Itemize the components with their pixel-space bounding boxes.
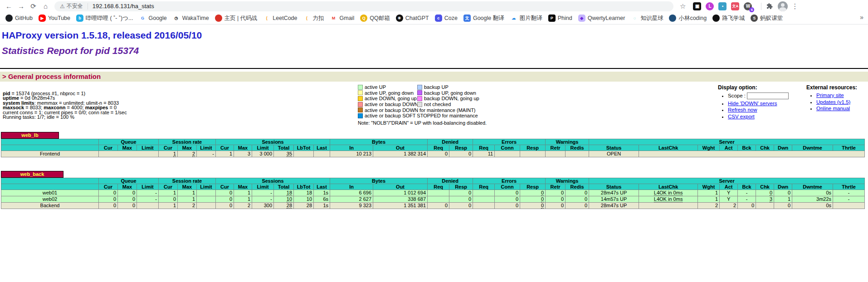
updates-link[interactable]: Updates (v1.5) (816, 99, 850, 105)
process-info-line: Running tasks: 1/7; idle = 100 % (3, 115, 127, 119)
cell-errors-conn: 0 (495, 190, 520, 196)
cell-srate-limit: - (197, 151, 216, 157)
cell-bytes-in: 9 323 (330, 203, 373, 209)
cell-sess-limit: - (252, 190, 274, 196)
cell-srate-cur: 0 (159, 196, 178, 203)
server-row: web02 0 0 - 0 1 0 1 - 10 10 6s 2 627 338… (1, 196, 865, 203)
cell-errors-req (473, 190, 495, 196)
address-bar[interactable]: ⚠ 不安全 192.168.6.131/ha_stats (54, 1, 673, 11)
cell-errors-req (473, 196, 495, 203)
web-lb-table-wrap: Queue Session rate Sessions Bytes Denied… (1, 139, 865, 157)
bookmark-item[interactable]: 小林coding (669, 15, 707, 22)
bookmark-item[interactable]: ◆ QwertyLearner (578, 15, 625, 22)
refresh-now-link[interactable]: Refresh now (728, 107, 757, 112)
bookmark-item[interactable]: ( 力扣 (303, 15, 324, 22)
extensions-puzzle-icon[interactable] (766, 3, 773, 10)
cell-act: 2 (720, 203, 738, 209)
forward-icon[interactable]: → (15, 1, 27, 11)
browser-menu-icon[interactable]: ⋮ (791, 2, 798, 10)
bookmark-label: Gmail (340, 15, 355, 21)
cell-sess-total: 28 (274, 203, 294, 209)
cell-wght: 1 (698, 196, 720, 203)
bookmark-item[interactable]: ✳ ChatGPT (396, 15, 429, 22)
extension-icon-w[interactable]: W6 (744, 2, 752, 10)
extension-icon-dark[interactable]: ▣ (693, 2, 701, 10)
hide-down-servers-link[interactable]: Hide 'DOWN' servers (728, 101, 777, 106)
profile-avatar[interactable] (778, 1, 788, 11)
bookmark-item[interactable]: ◌ 知识星球 (631, 15, 663, 22)
cell-last: 1s (314, 203, 330, 209)
cell-denied-resp: 0 (449, 190, 473, 196)
bookmarks-bar: GitHub ▶ YouTube b 哔哩哔哩 ( ˚- ˚)つ... G Go… (0, 12, 868, 24)
bookmark-item[interactable]: b 哔哩哔哩 ( ˚- ˚)つ... (76, 15, 133, 22)
bookmark-item[interactable]: ☁ 图片翻译 (510, 15, 542, 22)
bookmark-item[interactable]: ( LeetCode (263, 15, 297, 22)
bookmark-favicon: ◷ (173, 15, 180, 22)
cell-last: 1s (314, 190, 330, 196)
cell-srate-cur: 1 (159, 190, 178, 196)
cell-bytes-out: 1 382 314 (373, 151, 428, 157)
cell-srate-max: 1 (178, 196, 197, 203)
security-chip[interactable]: ⚠ 不安全 (60, 2, 83, 10)
cell-bck: - (738, 196, 756, 203)
bookmark-label: 路飞学城 (722, 15, 745, 22)
bookmark-label: GitHub (15, 15, 33, 21)
bookmark-item[interactable]: 文 Google 翻译 (463, 15, 504, 22)
extension-icon-purple[interactable]: L (706, 2, 714, 10)
scope-input[interactable] (747, 92, 789, 99)
primary-site-link[interactable]: Primary site (816, 92, 844, 98)
bookmarks-overflow-chevron[interactable]: » (860, 14, 863, 21)
reload-icon[interactable]: ⟳ (27, 1, 39, 11)
legend-swatch-active-up-going-down (358, 90, 363, 95)
bookmark-favicon: b (76, 15, 83, 22)
cell-act: Y (720, 196, 738, 203)
cell-sess-max: 1 (234, 196, 252, 203)
cell-denied-resp: 0 (449, 203, 473, 209)
bookmark-item[interactable]: M Gmail (330, 15, 355, 22)
bookmark-item[interactable]: GitHub (5, 15, 33, 22)
online-manual-link[interactable]: Online manual (816, 106, 850, 111)
bookmark-item[interactable]: S 蚂蚁课堂 (751, 15, 783, 22)
bookmark-favicon: G (139, 15, 146, 22)
column-header-row: CurMaxLimit CurMaxLimit CurMaxLimitTotal… (1, 145, 865, 151)
bookmark-favicon: ✳ (396, 15, 403, 22)
group-header-row: Queue Session rate Sessions Bytes Denied… (1, 178, 865, 184)
cell-lbtot: 10 (294, 196, 314, 203)
bookmark-item[interactable]: ▶ YouTube (39, 15, 70, 22)
bookmark-item[interactable]: 路飞学城 (712, 15, 745, 22)
bookmark-item[interactable]: Q QQ邮箱 (360, 15, 390, 22)
bookmark-favicon: Q (360, 15, 367, 22)
server-row: web01 0 0 - 1 1 0 1 - 18 18 1s 6 696 1 0… (1, 190, 865, 196)
cell-bck: - (738, 190, 756, 196)
bookmark-item[interactable]: G Google (139, 15, 166, 22)
cell-queue-limit: - (137, 196, 159, 203)
row-label: web01 (1, 190, 99, 196)
bookmark-star-icon[interactable]: ☆ (680, 2, 686, 10)
bookmark-item[interactable]: c Coze (435, 15, 458, 22)
bookmark-item[interactable]: P Phind (548, 15, 572, 22)
proxy-name-web-back[interactable]: web_back (1, 171, 63, 178)
translate-extension-icon[interactable]: 文A (731, 2, 739, 10)
csv-export-link[interactable]: CSV export (728, 114, 755, 119)
bookmark-favicon: ◆ (578, 15, 585, 22)
cell-warn-retr: 0 (546, 203, 566, 209)
cell-sess-total: 18 (274, 190, 294, 196)
cell-warn-retr: 0 (546, 190, 566, 196)
extension-icon-blue[interactable]: ▪ (718, 2, 727, 10)
page-title[interactable]: HAProxy version 1.5.18, released 2016/05… (2, 30, 202, 41)
cell-dwn: 1 (774, 196, 792, 203)
bookmark-label: LeetCode (273, 15, 297, 21)
bookmark-item[interactable]: 主页 | 代码战 (215, 15, 258, 22)
bookmark-item[interactable]: ◷ WakaTime (173, 15, 209, 22)
back-icon[interactable]: ← (3, 1, 15, 11)
cell-bytes-out: 1 012 694 (373, 190, 428, 196)
cell-bytes-in: 2 627 (330, 196, 373, 203)
scope-row: Scope : (728, 92, 789, 99)
legend-swatch-active-down-going-up (358, 96, 363, 101)
legend-row: active or backup DOWN not checked (358, 102, 507, 107)
proxy-name-web-lb[interactable]: web_lb (1, 132, 59, 139)
cell-dwn: 0 (774, 190, 792, 196)
cell-bytes-in: 6 696 (330, 190, 373, 196)
web-back-table: Queue Session rate Sessions Bytes Denied… (1, 178, 865, 209)
home-icon[interactable]: ⌂ (39, 1, 52, 11)
